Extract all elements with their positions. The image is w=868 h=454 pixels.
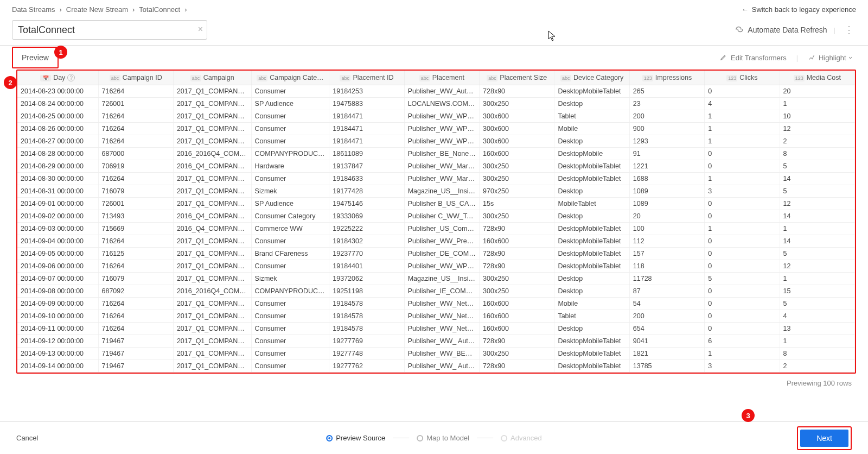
crumb-totalconnect[interactable]: TotalConnect: [139, 5, 180, 14]
column-header[interactable]: abcPlacement: [404, 71, 479, 85]
column-header[interactable]: 123Impressions: [629, 71, 704, 85]
table-row[interactable]: 2014-08-30 00:00:007162642017_Q1_COMPANY…: [17, 173, 855, 185]
table-cell: 726001: [98, 198, 173, 210]
table-row[interactable]: 2014-08-27 00:00:007162642017_Q1_COMPANY…: [17, 135, 855, 148]
table-cell: 1: [705, 223, 780, 235]
table-row[interactable]: 2014-09-01 00:00:007260012017_Q1_COMPANY…: [17, 198, 855, 210]
table-row[interactable]: 2014-09-10 00:00:007162642017_Q1_COMPANY…: [17, 310, 855, 323]
table-row[interactable]: 2014-08-24 00:00:007260012017_Q1_COMPANY…: [17, 98, 855, 110]
highlight-button[interactable]: Highlight ›: [803, 51, 856, 65]
table-row[interactable]: 2014-09-02 00:00:007134932016_Q4_COMPANY…: [17, 210, 855, 223]
crumb-data-streams[interactable]: Data Streams: [12, 5, 55, 14]
table-cell: 11728: [629, 273, 704, 285]
preview-table-container: 📅Day?abcCampaign IDabcCampaignabcCampaig…: [16, 70, 856, 374]
table-row[interactable]: 2014-09-12 00:00:007194672017_Q1_COMPANY…: [17, 335, 855, 348]
table-cell: DesktopMobileTablet: [554, 248, 629, 260]
table-row[interactable]: 2014-08-28 00:00:006870002016_2016Q4_COM…: [17, 148, 855, 160]
chevron-right-icon: ›: [132, 5, 135, 14]
table-row[interactable]: 2014-09-06 00:00:007162642017_Q1_COMPANY…: [17, 260, 855, 273]
table-cell: 12: [780, 260, 854, 273]
table-cell: 716264: [98, 135, 173, 148]
table-cell: 5: [780, 298, 854, 310]
table-row[interactable]: 2014-09-05 00:00:007161252017_Q1_COMPANY…: [17, 248, 855, 260]
table-cell: Consumer: [251, 110, 329, 123]
cancel-button[interactable]: Cancel: [16, 434, 38, 442]
table-cell: 1821: [629, 348, 704, 360]
table-cell: 23: [629, 98, 704, 110]
table-row[interactable]: 2014-09-11 00:00:007162642017_Q1_COMPANY…: [17, 323, 855, 335]
column-header[interactable]: 📅Day?: [17, 71, 98, 85]
more-menu-icon[interactable]: ⋮: [842, 24, 856, 36]
table-row[interactable]: 2014-08-31 00:00:007160792017_Q1_COMPANY…: [17, 185, 855, 198]
stream-name-input[interactable]: [12, 20, 207, 40]
number-type-icon: 123: [726, 75, 737, 81]
table-cell: 5: [780, 248, 854, 260]
table-row[interactable]: 2014-08-26 00:00:007162642017_Q1_COMPANY…: [17, 123, 855, 135]
table-cell: 1: [705, 135, 780, 148]
table-cell: 2014-09-06 00:00:00: [17, 260, 98, 273]
help-icon[interactable]: ?: [67, 74, 75, 81]
table-cell: 100: [629, 223, 704, 235]
crumb-create-stream[interactable]: Create New Stream: [66, 5, 128, 14]
table-cell: 157: [629, 248, 704, 260]
table-row[interactable]: 2014-08-29 00:00:007069192016_Q4_COMPANY…: [17, 160, 855, 173]
table-cell: Tablet: [554, 110, 629, 123]
automate-data-refresh-button[interactable]: Automate Data Refresh: [735, 26, 827, 35]
table-row[interactable]: 2014-09-03 00:00:007156692016_Q4_COMPANY…: [17, 223, 855, 235]
table-cell: 10: [780, 110, 854, 123]
table-cell: Desktop: [554, 273, 629, 285]
column-header[interactable]: abcPlacement ID: [329, 71, 404, 85]
table-cell: Magazine_US__Insight S: [404, 185, 479, 198]
table-row[interactable]: 2014-09-13 00:00:007194672017_Q1_COMPANY…: [17, 348, 855, 360]
table-row[interactable]: 2014-09-04 00:00:007162642017_Q1_COMPANY…: [17, 235, 855, 248]
table-cell: 160x600: [480, 310, 554, 323]
table-cell: Publisher C_WW_Tech A: [404, 210, 479, 223]
step-map-to-model[interactable]: Map to Model: [417, 434, 469, 442]
table-row[interactable]: 2014-09-09 00:00:007162642017_Q1_COMPANY…: [17, 298, 855, 310]
table-cell: 19277762: [329, 360, 404, 373]
table-cell: 716264: [98, 123, 173, 135]
table-cell: Tablet: [554, 310, 629, 323]
table-cell: 6: [705, 335, 780, 348]
table-cell: 300x250: [480, 98, 554, 110]
table-row[interactable]: 2014-09-08 00:00:006870922016_2016Q4_COM…: [17, 285, 855, 298]
table-cell: Sizmek: [251, 273, 329, 285]
step-preview-source[interactable]: Preview Source: [326, 434, 385, 442]
table-cell: Mobile: [554, 298, 629, 310]
table-cell: Desktop: [554, 323, 629, 335]
next-button[interactable]: Next: [800, 430, 848, 447]
table-cell: 300x250: [480, 173, 554, 185]
column-header[interactable]: abcDevice Category: [554, 71, 629, 85]
table-cell: 2014-09-09 00:00:00: [17, 298, 98, 310]
table-cell: 728x90: [480, 85, 554, 98]
table-cell: 2014-09-02 00:00:00: [17, 210, 98, 223]
table-row[interactable]: 2014-09-07 00:00:007160792017_Q1_COMPANY…: [17, 273, 855, 285]
column-header[interactable]: 123Clicks: [705, 71, 780, 85]
edit-transformers-button[interactable]: Edit Transformers: [716, 51, 791, 65]
table-row[interactable]: 2014-09-14 00:00:007194672017_Q1_COMPANY…: [17, 360, 855, 373]
table-cell: 2016_2016Q4_COMPAN: [173, 148, 251, 160]
step-connector: [477, 438, 493, 438]
column-header[interactable]: abcCampaign ID: [98, 71, 173, 85]
column-header[interactable]: abcCampaign Cate…: [251, 71, 329, 85]
tab-preview[interactable]: Preview: [12, 47, 59, 68]
step-dot-icon: [501, 435, 507, 442]
column-header[interactable]: abcCampaign: [173, 71, 251, 85]
preview-row-count: Previewing 100 rows: [0, 374, 868, 387]
column-header[interactable]: 123Media Cost: [780, 71, 854, 85]
table-cell: Publisher_WW_WPP_Re: [404, 123, 479, 135]
table-row[interactable]: 2014-08-25 00:00:007162642017_Q1_COMPANY…: [17, 110, 855, 123]
clear-icon[interactable]: ×: [198, 24, 203, 34]
table-row[interactable]: 2014-08-23 00:00:007162642017_Q1_COMPANY…: [17, 85, 855, 98]
step-connector: [393, 438, 409, 438]
table-cell: 1089: [629, 198, 704, 210]
step-advanced[interactable]: Advanced: [501, 434, 542, 442]
table-cell: 19184578: [329, 310, 404, 323]
table-cell: 716264: [98, 110, 173, 123]
step-dot-icon: [417, 435, 423, 442]
table-cell: 19475883: [329, 98, 404, 110]
column-header[interactable]: abcPlacement Size: [480, 71, 554, 85]
column-header-label: Campaign Cate…: [270, 74, 323, 81]
switch-legacy-link[interactable]: ← Switch back to legacy experience: [742, 5, 856, 14]
table-cell: 715669: [98, 223, 173, 235]
